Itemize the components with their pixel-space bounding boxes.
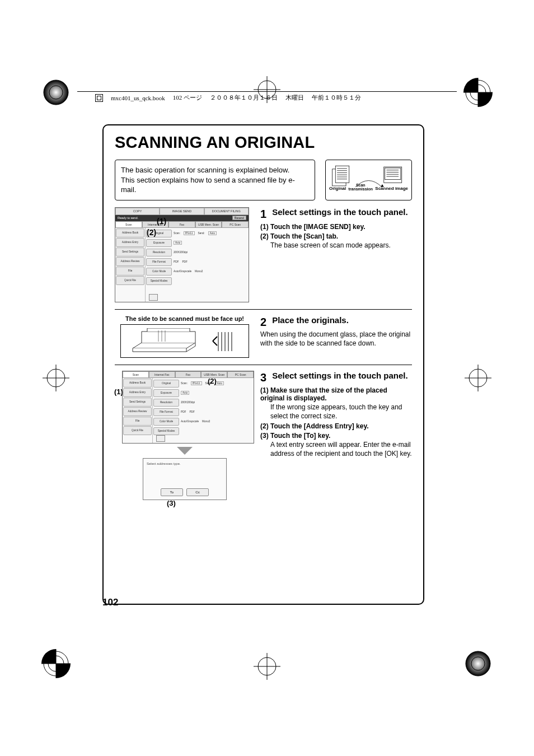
down-arrow-icon [177,447,193,455]
header-rule [77,91,457,92]
callout-2: (2) [208,377,217,385]
row-exposure-val: Auto [181,391,189,395]
address-type-popup: Select addresses type. To Cc (3) [143,458,227,500]
page-number: 102 [102,597,118,608]
content-frame: SCANNING AN ORIGINAL The basic operation… [102,124,424,605]
scan-transmission-diagram: Original Scantransmission Scanned image [325,160,412,200]
step3-sub3: (3) Touch the [To] key. [260,432,412,440]
preview-button-icon [156,435,165,442]
svg-point-0 [44,80,68,105]
row-original-scan: Scan: [181,382,188,385]
register-mark-icon [39,647,73,680]
side-quick-file: Quick File [116,276,144,285]
page-title: SCANNING AN ORIGINAL [115,133,412,152]
scantab-scan: Scan [123,371,149,378]
callout-1: (1) [157,217,166,226]
row-resolution-val: 200X200dpi [179,401,253,404]
side-address-review: Address Review [116,257,144,266]
register-mark-icon [250,650,284,683]
row-exposure-val: Auto [174,241,182,245]
step3-body3: A text entry screen will appear. Enter t… [260,440,412,458]
tab-copy: COPY [115,208,160,215]
row-color-mode-val2: Mono2 [195,270,203,273]
filename: mxc401_us_qck.book [111,95,165,101]
page-jp: 102 ページ [173,94,202,102]
side-address-entry: Address Entry [123,388,152,397]
row-file-format-label: File Format [153,408,179,416]
row-original-send-val: Auto [208,231,217,235]
side-send-settings: Send Settings [123,398,152,407]
step1-heading: Select settings in the touch panel. [272,207,412,221]
callout-2: (2) [147,228,156,237]
step-number: 1 [260,207,266,221]
build-metadata: mxc401_us_qck.book 102 ページ ２００８年１０月１６日 木… [95,94,361,102]
row-special-modes-label: Special Modes [153,427,179,435]
row-color-mode-val1: Auto/Grayscale [181,420,199,423]
step3-sub2: (2) Touch the [Address Entry] key. [260,422,412,430]
callout-3: (3) [167,499,176,507]
document-feeder-diagram [120,324,249,358]
row-file-format-val2: PDF [189,410,194,413]
intro-text-box: The basic operation for scanning is expl… [115,160,315,200]
touch-panel-screenshot-1: COPY IMAGE SEND DOCUMENT FILING Ready to… [115,207,249,302]
divider [115,309,412,310]
register-mark-icon [39,76,73,109]
step3-heading: Select settings in the touch panel. [272,371,412,385]
popup-to-button: To [161,488,183,496]
row-color-mode-val1: Auto/Grayscale [174,270,191,273]
side-address-entry: Address Entry [116,238,144,247]
tab-document-filing: DOCUMENT FILING [204,208,249,215]
scantab-pc-scan: PC Scan [222,221,249,228]
row-color-mode-val2: Mono2 [202,420,210,423]
scantab-fax: Fax [175,371,202,378]
intro-line2: This section explains how to send a scan… [121,175,309,195]
step1-sub2: (2) Touch the [Scan] tab. [260,232,412,240]
register-mark-icon [461,76,495,109]
register-mark-icon [461,647,495,680]
row-file-format-val1: PDF [174,260,179,263]
intro-line1: The basic operation for scanning is expl… [121,165,309,175]
row-color-mode-label: Color Mode [146,268,172,276]
preview-button-icon [149,294,158,301]
svg-point-10 [466,651,490,676]
register-mark-icon [461,361,495,395]
step-number: 2 [260,315,266,329]
step3-body1: If the wrong size appears, touch the key… [260,403,412,421]
step2-body: When using the document glass, place the… [260,330,412,348]
step1-body2: The base screen of scan mode appears. [260,241,412,250]
time-jp: 午前１０時５１分 [312,94,361,102]
date-jp: ２００８年１０月１６日 [210,94,278,102]
side-address-book: Address Book [116,228,144,237]
side-file: File [123,417,152,426]
popup-cc-button: Cc [186,488,209,496]
side-address-book: Address Book [123,379,152,388]
row-original-scan-val: 8½x11 [184,231,195,235]
row-original-scan: Scan: [174,232,180,235]
callout-1: (1) [114,388,123,396]
resend-button: Resend [232,216,246,220]
divider [115,365,412,365]
scantab-usb-mem-scan: USB Mem. Scan [195,221,222,228]
row-special-modes-label: Special Modes [146,277,172,285]
row-resolution-label: Resolution [146,249,172,256]
row-file-format-val2: PDF [182,260,187,263]
side-file: File [116,267,144,276]
register-mark-icon [39,361,73,395]
step2-heading: Place the originals. [272,315,412,329]
row-resolution-label: Resolution [153,399,179,407]
face-up-caption: The side to be scanned must be face up! [115,315,255,322]
scantab-fax: Fax [168,221,195,228]
row-original-send-val: Auto [216,381,224,385]
status-text: Ready to send. [118,216,138,220]
row-file-format-val1: PDF [181,410,186,413]
book-icon [95,94,103,102]
step3-sub1: (1) Make sure that the size of the place… [260,386,412,402]
scantab-scan: Scan [115,221,142,228]
side-send-settings: Send Settings [116,248,144,256]
scantab-internet-fax: Internet Fax [149,371,175,378]
row-color-mode-label: Color Mode [153,418,179,426]
touch-panel-screenshot-2: Scan Internet Fax Fax USB Mem. Scan PC S… [122,371,254,444]
step-number: 3 [260,371,266,385]
side-address-review: Address Review [123,407,152,416]
side-quick-file: Quick File [123,426,152,435]
